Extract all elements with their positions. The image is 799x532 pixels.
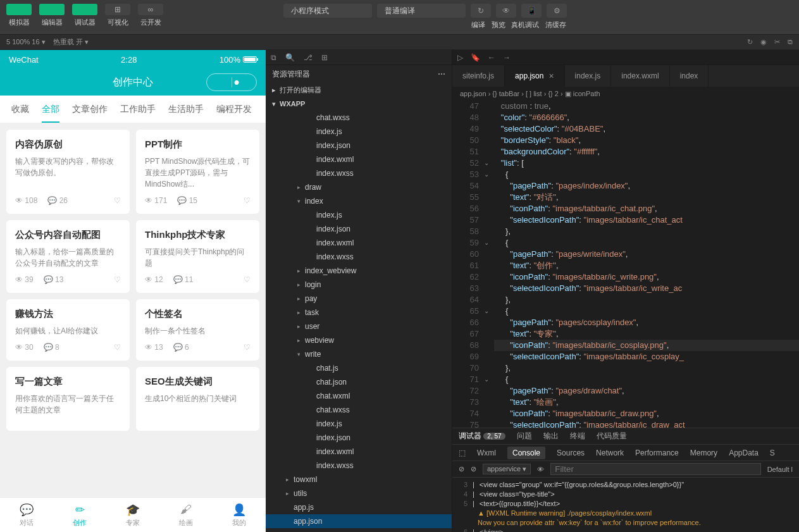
devtools-wxml[interactable]: Wxml: [477, 448, 496, 457]
category-tab-2[interactable]: 文章创作: [66, 96, 114, 123]
inspect-icon[interactable]: ⬚: [459, 448, 466, 457]
heart-icon[interactable]: ♡: [244, 343, 251, 352]
action-icon-1[interactable]: 👁: [496, 4, 516, 18]
devtools-sources[interactable]: Sources: [557, 448, 585, 457]
project-section[interactable]: ▾WXAPP: [266, 97, 452, 111]
run-icon[interactable]: ▷: [457, 53, 463, 62]
tree-node-chat.wxss[interactable]: chat.wxss: [266, 111, 452, 125]
files-icon[interactable]: ⧉: [271, 53, 276, 62]
heart-icon[interactable]: ♡: [244, 275, 251, 284]
toolbar-编辑器[interactable]: [39, 4, 65, 15]
tree-node-chat.wxml[interactable]: chat.wxml: [266, 389, 452, 403]
tree-node-index.js[interactable]: index.js: [266, 125, 452, 139]
devtools-s[interactable]: S: [770, 448, 775, 457]
editor-tab-index[interactable]: index: [670, 65, 709, 87]
refresh-icon[interactable]: ↻: [747, 38, 753, 46]
category-tab-4[interactable]: 生活助手: [162, 96, 210, 123]
editor-tab-index.js[interactable]: index.js: [565, 65, 612, 87]
card-item[interactable]: PPT制作PPT MindShow源代码生成，可直接生成PPT源码，需与Mind…: [136, 130, 259, 214]
tree-node-index[interactable]: ▾index: [266, 194, 452, 208]
tree-node-chat.wxss[interactable]: chat.wxss: [266, 403, 452, 417]
tree-node-draw[interactable]: ▸draw: [266, 180, 452, 194]
levels-select[interactable]: Default l: [767, 466, 793, 473]
devtools-appdata[interactable]: AppData: [729, 448, 759, 457]
breadcrumb[interactable]: app.json › {} tabBar › [ ] list › {} 2 ›…: [452, 87, 799, 101]
toolbar-云开发[interactable]: ∞: [138, 4, 163, 15]
category-tab-3[interactable]: 工作助手: [114, 96, 162, 123]
card-item[interactable]: SEO生成关键词生成10个相近的热门关键词: [136, 367, 259, 431]
devtools-network[interactable]: Network: [596, 448, 624, 457]
heart-icon[interactable]: ♡: [244, 196, 251, 205]
toolbar-可视化[interactable]: ⊞: [105, 4, 130, 15]
category-tab-1[interactable]: 全部: [35, 96, 66, 123]
tree-node-index_webview[interactable]: ▸index_webview: [266, 264, 452, 278]
code-editor[interactable]: custom : true, "color": "#666666", "sele…: [494, 101, 799, 428]
action-icon-2[interactable]: 📱: [521, 4, 542, 18]
toolbar-模拟器[interactable]: [6, 4, 32, 15]
mode-dropdown[interactable]: 小程序模式: [283, 4, 372, 18]
tree-node-index.wxml[interactable]: index.wxml: [266, 152, 452, 166]
capsule-button[interactable]: ●: [206, 73, 257, 91]
tree-node-index.js[interactable]: index.js: [266, 208, 452, 222]
debugger-tab[interactable]: 调试器 2, 57: [459, 431, 505, 442]
card-item[interactable]: 个性签名制作一条个性签名👁 13💬 6♡: [136, 299, 259, 361]
more-icon[interactable]: ⋯: [438, 70, 445, 78]
tree-node-index.js[interactable]: index.js: [266, 417, 452, 431]
devtools-console[interactable]: Console: [507, 447, 545, 459]
devtools-performance[interactable]: Performance: [635, 448, 679, 457]
devtools-memory[interactable]: Memory: [690, 448, 717, 457]
card-item[interactable]: 公众号内容自动配图输入标题，给你一篇高质量的公众号并自动配文的文章👁 39💬 1…: [6, 220, 130, 293]
compile-dropdown[interactable]: 普通编译: [377, 4, 466, 18]
terminal-tab[interactable]: 终端: [570, 431, 585, 442]
tree-node-towxml[interactable]: ▸towxml: [266, 473, 452, 486]
tree-node-index.json[interactable]: index.json: [266, 222, 452, 236]
tree-node-user[interactable]: ▸user: [266, 319, 452, 333]
eye-icon[interactable]: 👁: [537, 466, 544, 473]
heart-icon[interactable]: ♡: [114, 275, 121, 284]
quality-tab[interactable]: 代码质量: [597, 431, 627, 442]
filter-input[interactable]: [550, 463, 760, 475]
zoom-info[interactable]: 5 100% 16 ▾: [6, 38, 46, 46]
card-item[interactable]: 赚钱方法如何赚钱，让AI给你建议👁 30💬 8♡: [6, 299, 130, 361]
git-icon[interactable]: ⎇: [304, 53, 313, 62]
windows-icon[interactable]: ⧉: [788, 38, 793, 46]
toolbar-调试器[interactable]: [72, 4, 97, 15]
open-editors-section[interactable]: ▸打开的编辑器: [266, 83, 452, 97]
action-icon-0[interactable]: ↻: [471, 4, 491, 18]
tree-node-webview[interactable]: ▸webview: [266, 333, 452, 347]
editor-tab-app.json[interactable]: app.json×: [505, 65, 565, 87]
heart-icon[interactable]: ♡: [114, 196, 121, 205]
clear-icon[interactable]: ⊘: [459, 465, 464, 473]
fwd-icon[interactable]: →: [503, 53, 511, 62]
tabbar-我的[interactable]: 👤我的: [213, 498, 266, 532]
bookmark-icon[interactable]: 🔖: [471, 53, 480, 62]
context-select[interactable]: appservice ▾: [483, 464, 531, 474]
stop-icon[interactable]: ⊘: [471, 465, 476, 473]
tree-node-index.wxml[interactable]: index.wxml: [266, 445, 452, 459]
card-item[interactable]: Thinkphp技术专家可直接提问关于Thinkphp的问题👁 12💬 11♡: [136, 220, 259, 293]
category-tab-5[interactable]: 编程开发: [210, 96, 258, 123]
tree-node-chat.json[interactable]: chat.json: [266, 375, 452, 389]
editor-tab-siteinfo.js[interactable]: siteinfo.js: [452, 65, 505, 87]
ext-icon[interactable]: ⊞: [321, 53, 328, 62]
tree-node-index.wxss[interactable]: index.wxss: [266, 250, 452, 264]
search-icon[interactable]: 🔍: [285, 53, 295, 62]
back-icon[interactable]: ←: [488, 53, 495, 62]
tree-node-chat.js[interactable]: chat.js: [266, 361, 452, 375]
tree-node-index.wxss[interactable]: index.wxss: [266, 459, 452, 473]
tree-node-index.json[interactable]: index.json: [266, 139, 452, 152]
tree-node-app.json[interactable]: app.json: [266, 514, 452, 528]
tree-node-write[interactable]: ▾write: [266, 347, 452, 361]
tabbar-创作[interactable]: ✏创作: [53, 498, 106, 532]
editor-tab-index.wxml[interactable]: index.wxml: [611, 65, 669, 87]
tree-node-index.json[interactable]: index.json: [266, 431, 452, 445]
tree-node-app.js[interactable]: app.js: [266, 500, 452, 514]
output-tab[interactable]: 输出: [543, 431, 559, 442]
tabbar-绘画[interactable]: 🖌绘画: [159, 498, 213, 532]
hot-reload[interactable]: 热重载 开 ▾: [53, 37, 89, 47]
record-icon[interactable]: ◉: [760, 38, 767, 46]
tree-node-task[interactable]: ▸task: [266, 306, 452, 319]
tree-node-utils[interactable]: ▸utils: [266, 486, 452, 500]
problems-tab[interactable]: 问题: [517, 431, 532, 442]
category-tab-0[interactable]: 收藏: [5, 96, 35, 123]
